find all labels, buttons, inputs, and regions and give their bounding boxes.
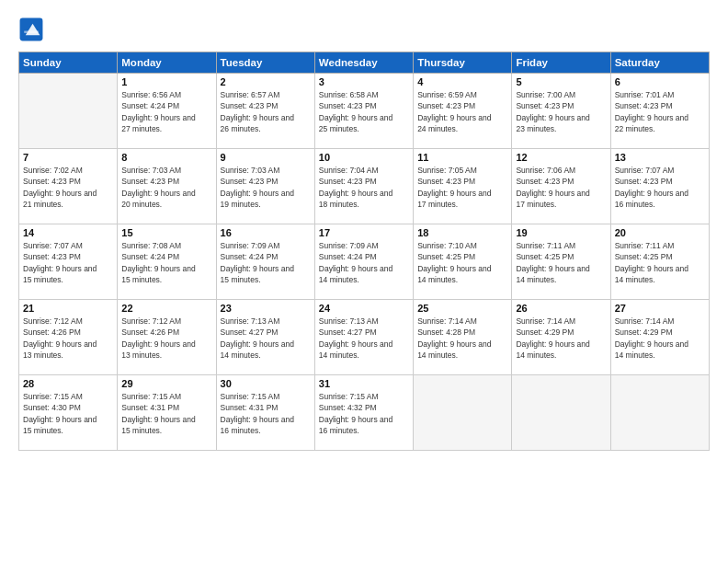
calendar-header-row: SundayMondayTuesdayWednesdayThursdayFrid… xyxy=(19,52,710,74)
day-info: Sunrise: 7:12 AMSunset: 4:26 PMDaylight:… xyxy=(23,316,113,361)
day-info: Sunrise: 7:09 AMSunset: 4:24 PMDaylight:… xyxy=(319,240,409,285)
week-row-1: 1Sunrise: 6:56 AMSunset: 4:24 PMDaylight… xyxy=(19,74,710,149)
day-info: Sunrise: 7:03 AMSunset: 4:23 PMDaylight:… xyxy=(121,165,211,210)
day-number: 28 xyxy=(23,378,113,389)
day-cell: 9Sunrise: 7:03 AMSunset: 4:23 PMDaylight… xyxy=(216,149,314,224)
day-cell: 28Sunrise: 7:15 AMSunset: 4:30 PMDayligh… xyxy=(19,375,118,451)
day-cell: 29Sunrise: 7:15 AMSunset: 4:31 PMDayligh… xyxy=(118,375,216,451)
day-cell xyxy=(414,375,512,451)
day-info: Sunrise: 7:07 AMSunset: 4:23 PMDaylight:… xyxy=(615,165,705,210)
day-number: 5 xyxy=(516,76,606,87)
day-number: 26 xyxy=(516,303,606,314)
day-number: 30 xyxy=(221,378,311,389)
day-cell: 24Sunrise: 7:13 AMSunset: 4:27 PMDayligh… xyxy=(314,300,413,375)
day-info: Sunrise: 7:13 AMSunset: 4:27 PMDaylight:… xyxy=(319,316,409,361)
day-number: 24 xyxy=(319,303,409,314)
day-number: 8 xyxy=(121,152,211,163)
day-cell: 8Sunrise: 7:03 AMSunset: 4:23 PMDaylight… xyxy=(118,149,216,224)
day-number: 12 xyxy=(516,152,606,163)
week-row-5: 28Sunrise: 7:15 AMSunset: 4:30 PMDayligh… xyxy=(19,375,710,451)
day-cell: 13Sunrise: 7:07 AMSunset: 4:23 PMDayligh… xyxy=(610,149,709,224)
header-friday: Friday xyxy=(512,52,610,74)
day-number: 2 xyxy=(221,76,311,87)
day-info: Sunrise: 7:14 AMSunset: 4:29 PMDaylight:… xyxy=(615,316,705,361)
day-number: 27 xyxy=(615,303,705,314)
day-cell: 6Sunrise: 7:01 AMSunset: 4:23 PMDaylight… xyxy=(610,74,709,149)
day-cell: 30Sunrise: 7:15 AMSunset: 4:31 PMDayligh… xyxy=(216,375,314,451)
day-info: Sunrise: 7:00 AMSunset: 4:23 PMDaylight:… xyxy=(516,89,606,134)
day-cell: 1Sunrise: 6:56 AMSunset: 4:24 PMDaylight… xyxy=(118,74,216,149)
day-number: 10 xyxy=(319,152,409,163)
day-cell: 4Sunrise: 6:59 AMSunset: 4:23 PMDaylight… xyxy=(414,74,512,149)
logo-icon xyxy=(18,17,44,42)
header-wednesday: Wednesday xyxy=(314,52,413,74)
day-cell xyxy=(512,375,610,451)
header-saturday: Saturday xyxy=(610,52,709,74)
day-info: Sunrise: 7:03 AMSunset: 4:23 PMDaylight:… xyxy=(221,165,311,210)
day-number: 1 xyxy=(121,76,211,87)
day-info: Sunrise: 7:05 AMSunset: 4:23 PMDaylight:… xyxy=(417,165,507,210)
day-info: Sunrise: 7:01 AMSunset: 4:23 PMDaylight:… xyxy=(615,89,705,134)
logo xyxy=(18,17,48,42)
day-cell: 18Sunrise: 7:10 AMSunset: 4:25 PMDayligh… xyxy=(414,224,512,300)
calendar: SundayMondayTuesdayWednesdayThursdayFrid… xyxy=(18,52,710,451)
day-info: Sunrise: 7:15 AMSunset: 4:31 PMDaylight:… xyxy=(221,391,311,436)
day-number: 13 xyxy=(615,152,705,163)
day-cell: 14Sunrise: 7:07 AMSunset: 4:23 PMDayligh… xyxy=(19,224,118,300)
day-info: Sunrise: 7:15 AMSunset: 4:31 PMDaylight:… xyxy=(121,391,211,436)
day-cell xyxy=(610,375,709,451)
day-number: 23 xyxy=(221,303,311,314)
day-cell: 31Sunrise: 7:15 AMSunset: 4:32 PMDayligh… xyxy=(314,375,413,451)
day-number: 6 xyxy=(615,76,705,87)
day-cell: 26Sunrise: 7:14 AMSunset: 4:29 PMDayligh… xyxy=(512,300,610,375)
day-number: 16 xyxy=(221,227,311,238)
day-number: 29 xyxy=(121,378,211,389)
day-cell: 23Sunrise: 7:13 AMSunset: 4:27 PMDayligh… xyxy=(216,300,314,375)
header-sunday: Sunday xyxy=(19,52,118,74)
day-info: Sunrise: 7:11 AMSunset: 4:25 PMDaylight:… xyxy=(615,240,705,285)
header xyxy=(18,17,710,42)
svg-rect-2 xyxy=(24,31,39,33)
day-number: 11 xyxy=(417,152,507,163)
day-info: Sunrise: 7:07 AMSunset: 4:23 PMDaylight:… xyxy=(23,240,113,285)
week-row-2: 7Sunrise: 7:02 AMSunset: 4:23 PMDaylight… xyxy=(19,149,710,224)
day-cell: 27Sunrise: 7:14 AMSunset: 4:29 PMDayligh… xyxy=(610,300,709,375)
day-info: Sunrise: 7:02 AMSunset: 4:23 PMDaylight:… xyxy=(23,165,113,210)
header-monday: Monday xyxy=(118,52,216,74)
day-info: Sunrise: 7:10 AMSunset: 4:25 PMDaylight:… xyxy=(417,240,507,285)
day-cell: 12Sunrise: 7:06 AMSunset: 4:23 PMDayligh… xyxy=(512,149,610,224)
day-cell: 10Sunrise: 7:04 AMSunset: 4:23 PMDayligh… xyxy=(314,149,413,224)
day-cell: 17Sunrise: 7:09 AMSunset: 4:24 PMDayligh… xyxy=(314,224,413,300)
day-number: 18 xyxy=(417,227,507,238)
day-info: Sunrise: 6:58 AMSunset: 4:23 PMDaylight:… xyxy=(319,89,409,134)
day-info: Sunrise: 7:09 AMSunset: 4:24 PMDaylight:… xyxy=(221,240,311,285)
day-cell: 20Sunrise: 7:11 AMSunset: 4:25 PMDayligh… xyxy=(610,224,709,300)
day-number: 31 xyxy=(319,378,409,389)
day-info: Sunrise: 7:13 AMSunset: 4:27 PMDaylight:… xyxy=(221,316,311,361)
day-cell: 19Sunrise: 7:11 AMSunset: 4:25 PMDayligh… xyxy=(512,224,610,300)
day-number: 9 xyxy=(221,152,311,163)
day-number: 14 xyxy=(23,227,113,238)
day-cell: 22Sunrise: 7:12 AMSunset: 4:26 PMDayligh… xyxy=(118,300,216,375)
day-cell: 16Sunrise: 7:09 AMSunset: 4:24 PMDayligh… xyxy=(216,224,314,300)
day-number: 20 xyxy=(615,227,705,238)
day-number: 7 xyxy=(23,152,113,163)
day-cell: 25Sunrise: 7:14 AMSunset: 4:28 PMDayligh… xyxy=(414,300,512,375)
day-info: Sunrise: 7:15 AMSunset: 4:32 PMDaylight:… xyxy=(319,391,409,436)
day-info: Sunrise: 7:12 AMSunset: 4:26 PMDaylight:… xyxy=(121,316,211,361)
day-number: 19 xyxy=(516,227,606,238)
day-info: Sunrise: 7:14 AMSunset: 4:29 PMDaylight:… xyxy=(516,316,606,361)
day-cell xyxy=(19,74,118,149)
day-number: 15 xyxy=(121,227,211,238)
day-cell: 15Sunrise: 7:08 AMSunset: 4:24 PMDayligh… xyxy=(118,224,216,300)
day-number: 17 xyxy=(319,227,409,238)
day-info: Sunrise: 6:56 AMSunset: 4:24 PMDaylight:… xyxy=(121,89,211,134)
day-cell: 21Sunrise: 7:12 AMSunset: 4:26 PMDayligh… xyxy=(19,300,118,375)
day-cell: 7Sunrise: 7:02 AMSunset: 4:23 PMDaylight… xyxy=(19,149,118,224)
week-row-3: 14Sunrise: 7:07 AMSunset: 4:23 PMDayligh… xyxy=(19,224,710,300)
day-info: Sunrise: 6:59 AMSunset: 4:23 PMDaylight:… xyxy=(417,89,507,134)
day-info: Sunrise: 7:04 AMSunset: 4:23 PMDaylight:… xyxy=(319,165,409,210)
page: SundayMondayTuesdayWednesdayThursdayFrid… xyxy=(0,0,728,563)
day-cell: 2Sunrise: 6:57 AMSunset: 4:23 PMDaylight… xyxy=(216,74,314,149)
day-info: Sunrise: 7:06 AMSunset: 4:23 PMDaylight:… xyxy=(516,165,606,210)
